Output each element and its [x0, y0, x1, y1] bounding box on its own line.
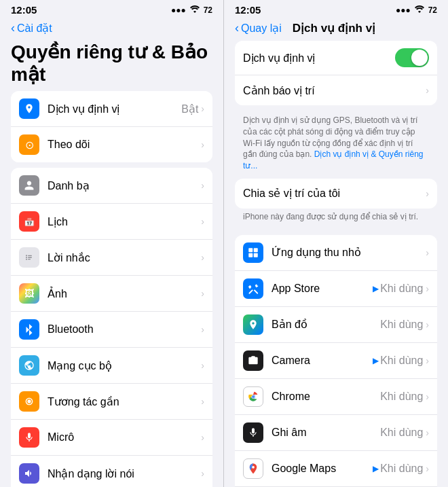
chevron-ghi-am: › — [426, 427, 429, 438]
label-ung-dung-thu-nho: Ứng dụng thu nhỏ — [272, 246, 426, 259]
chevron-danh-ba: › — [201, 180, 204, 191]
list-item-camera-r[interactable]: Camera ▶ Khi dùng › — [235, 343, 437, 379]
share-sub-note: iPhone này đang được sử dụng để chia sẻ … — [224, 209, 448, 230]
list-item-canh-bao[interactable]: Cảnh báo vị trí › — [235, 75, 437, 105]
group-top-right: Dịch vụ định vị Cảnh báo vị trí › — [235, 41, 437, 105]
icon-nhan-dang — [19, 463, 39, 484]
list-item-danh-ba[interactable]: Danh bạ › — [11, 168, 212, 204]
list-item-lich[interactable]: 📅 Lịch › — [11, 204, 212, 240]
list-item-mang-cuc-bo[interactable]: Mạng cục bộ › — [11, 348, 212, 384]
value-google-maps: Khi dùng — [380, 463, 423, 475]
icon-loi-nhac — [19, 247, 39, 268]
list-item-ghi-am[interactable]: Ghi âm Khi dùng › — [235, 415, 437, 451]
group-top: Dịch vụ định vị Bật › ⊙ Theo dõi › — [11, 91, 212, 162]
label-danh-ba: Danh bạ — [48, 179, 201, 192]
label-lich: Lịch — [48, 215, 201, 228]
chevron-app-store: › — [426, 283, 429, 294]
chevron-bluetooth: › — [201, 324, 204, 335]
label-theo-doi: Theo dõi — [48, 139, 201, 151]
value-app-store: Khi dùng — [380, 283, 423, 295]
chevron-chrome: › — [426, 391, 429, 402]
value-ban-do: Khi dùng — [380, 319, 423, 331]
chevron-nhan-dang: › — [201, 468, 204, 479]
time-right: 12:05 — [235, 4, 261, 16]
back-button-right[interactable]: ‹ Quay lại — [235, 21, 282, 35]
list-item-theo-doi[interactable]: ⊙ Theo dõi › — [11, 127, 212, 162]
icon-google-maps — [243, 458, 263, 479]
svg-rect-6 — [248, 248, 253, 252]
chevron-ung-dung-thu-nho: › — [426, 247, 429, 258]
battery-right: 72 — [428, 5, 437, 15]
list-item-bluetooth[interactable]: Bluetooth › — [11, 312, 212, 348]
loc-icon-camera: ▶ — [373, 356, 379, 365]
chevron-lich: › — [201, 216, 204, 227]
list-item-loi-nhac[interactable]: Lời nhắc › — [11, 240, 212, 276]
back-button-left[interactable]: ‹ Cài đặt — [11, 21, 52, 35]
label-micro: Micrô — [48, 431, 201, 444]
chevron-google-maps: › — [426, 463, 429, 474]
back-label-left: Cài đặt — [17, 22, 52, 35]
list-item-ung-dung-thu-nho[interactable]: Ứng dụng thu nhỏ › — [235, 235, 437, 271]
icon-danh-ba — [19, 175, 39, 196]
time-left: 12:05 — [11, 4, 37, 16]
svg-point-2 — [26, 259, 27, 260]
group-main: Danh bạ › 📅 Lịch › Lời nhắc › 🖼 — [11, 168, 212, 487]
label-ban-do: Bản đồ — [272, 318, 380, 331]
svg-rect-4 — [28, 257, 32, 257]
toggle-dinh-vi[interactable] — [395, 48, 429, 67]
signal-icon-left: ●●● — [171, 5, 186, 15]
chevron-micro: › — [201, 432, 204, 443]
list-item-share[interactable]: Chia sẻ vị trí của tôi › — [235, 179, 437, 209]
label-dinh-vi-toggle: Dịch vụ định vị — [243, 52, 395, 65]
value-camera-r: Khi dùng — [380, 355, 423, 367]
page-title-right: Dịch vụ định vị — [293, 21, 375, 35]
chevron-ban-do: › — [426, 319, 429, 330]
label-tuong-tac-gan: Tương tác gần — [48, 395, 201, 408]
list-item-google-maps[interactable]: Google Maps ▶ Khi dùng › — [235, 451, 437, 487]
list-item-tuong-tac-gan[interactable]: Tương tác gần › — [11, 384, 212, 420]
status-bar-left: 12:05 ●●● 72 — [0, 0, 223, 18]
label-ghi-am: Ghi âm — [272, 427, 380, 439]
back-label-right: Quay lại — [241, 22, 282, 35]
icon-micro — [19, 427, 39, 448]
section-share: Chia sẻ vị trí của tôi › iPhone này đang… — [224, 179, 448, 230]
icon-dinh-vi — [19, 98, 39, 119]
list-item-nhan-dang[interactable]: Nhận dạng lời nói › — [11, 456, 212, 487]
icon-ung-dung-thu-nho — [243, 242, 263, 263]
left-panel: 12:05 ●●● 72 ‹ Cài đặt Quyền riêng tư & … — [0, 0, 224, 487]
section-apps: Ứng dụng thu nhỏ › App Store ▶ Khi dùng … — [224, 235, 448, 487]
list-item-anh[interactable]: 🖼 Ảnh › — [11, 276, 212, 312]
list-item-app-store[interactable]: App Store ▶ Khi dùng › — [235, 271, 437, 307]
right-scroll: Dịch vụ định vị Cảnh báo vị trí › Dịch v… — [224, 41, 448, 487]
label-app-store: App Store — [272, 283, 373, 295]
list-item-ban-do[interactable]: Bản đồ Khi dùng › — [235, 307, 437, 343]
loc-icon-app-store: ▶ — [373, 284, 379, 293]
status-icons-left: ●●● 72 — [171, 5, 212, 15]
section-note: Dịch vụ định vị sử dụng GPS, Bluetooth v… — [224, 111, 448, 179]
list-item-dinh-vi-toggle[interactable]: Dịch vụ định vị — [235, 41, 437, 75]
right-panel: 12:05 ●●● 72 ‹ Quay lại Dịch vụ định vị — [224, 0, 448, 487]
icon-chrome — [243, 386, 263, 407]
icon-lich: 📅 — [19, 211, 39, 232]
value-ghi-am: Khi dùng — [380, 427, 423, 439]
svg-rect-8 — [248, 253, 253, 257]
loc-icon-google-maps: ▶ — [373, 464, 379, 473]
svg-point-13 — [252, 466, 255, 469]
icon-ban-do — [243, 314, 263, 335]
label-bluetooth: Bluetooth — [48, 323, 201, 336]
status-icons-right: ●●● 72 — [396, 5, 437, 15]
group-apps: Ứng dụng thu nhỏ › App Store ▶ Khi dùng … — [235, 235, 437, 487]
list-item-chrome[interactable]: Chrome Khi dùng › — [235, 379, 437, 415]
list-item-micro[interactable]: Micrô › — [11, 420, 212, 456]
label-anh: Ảnh — [48, 287, 201, 300]
svg-point-0 — [26, 255, 27, 256]
label-nhan-dang: Nhận dạng lời nói — [48, 467, 201, 480]
settings-list-left: Dịch vụ định vị Bật › ⊙ Theo dõi › Dan — [0, 91, 223, 487]
icon-mang-cuc-bo — [19, 355, 39, 376]
chevron-tuong-tac-gan: › — [201, 396, 204, 407]
list-item-dinh-vi[interactable]: Dịch vụ định vị Bật › — [11, 91, 212, 127]
wifi-icon-right — [414, 5, 425, 15]
icon-bluetooth — [19, 319, 39, 340]
page-title-left: Quyền riêng tư & Bảo mật — [0, 41, 223, 91]
icon-app-store — [243, 278, 263, 299]
